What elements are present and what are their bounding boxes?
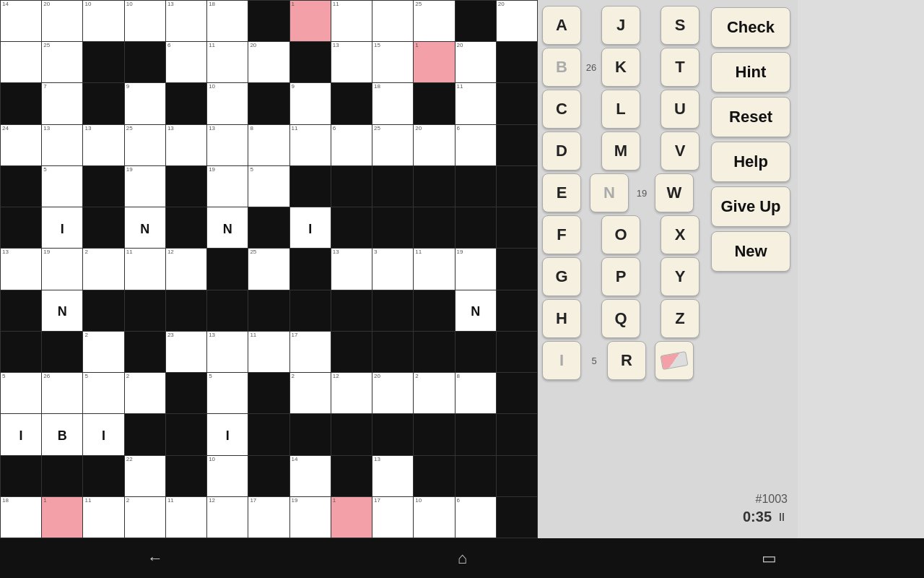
cell-2-5[interactable]: 10 <box>207 83 248 124</box>
cell-3-2[interactable]: 13 <box>83 125 124 166</box>
cell-3-11[interactable]: 6 <box>456 125 497 166</box>
cell-12-0[interactable]: 18 <box>1 497 42 538</box>
key-C[interactable]: C <box>542 90 581 129</box>
cell-8-5[interactable]: 13 <box>207 332 248 373</box>
key-N[interactable]: N <box>590 173 629 212</box>
cell-12-3[interactable]: 2 <box>125 497 166 538</box>
cell-1-10[interactable]: 1 <box>414 42 455 83</box>
key-P[interactable]: P <box>601 257 640 296</box>
cell-9-8[interactable]: 12 <box>331 373 372 414</box>
erase-button[interactable] <box>655 341 694 380</box>
cell-6-1[interactable]: 19 <box>42 249 83 290</box>
cell-0-8[interactable]: 11 <box>331 1 372 42</box>
recent-button[interactable]: ▭ <box>740 543 798 574</box>
cell-1-11[interactable]: 20 <box>456 42 497 83</box>
cell-0-1[interactable]: 20 <box>42 1 83 42</box>
cell-12-11[interactable]: 6 <box>456 497 497 538</box>
cell-3-4[interactable]: 13 <box>166 125 207 166</box>
cell-8-4[interactable]: 23 <box>166 332 207 373</box>
key-A[interactable]: A <box>542 6 581 45</box>
cell-8-6[interactable]: 11 <box>248 332 289 373</box>
cell-9-0[interactable]: 5 <box>1 373 42 414</box>
key-E[interactable]: E <box>542 173 581 212</box>
cell-2-11[interactable]: 11 <box>456 83 497 124</box>
cell-10-1[interactable]: B <box>42 414 83 455</box>
cell-0-3[interactable]: 10 <box>125 1 166 42</box>
key-H[interactable]: H <box>542 299 581 338</box>
cell-11-3[interactable]: 22 <box>125 456 166 497</box>
cell-1-6[interactable]: 20 <box>248 42 289 83</box>
key-X[interactable]: X <box>661 215 699 254</box>
key-V[interactable]: V <box>661 131 699 171</box>
cell-10-5[interactable]: I <box>207 414 248 455</box>
cell-10-2[interactable]: I <box>83 414 124 455</box>
cell-0-12[interactable]: 20 <box>497 1 538 42</box>
cell-9-1[interactable]: 26 <box>42 373 83 414</box>
key-I[interactable]: I <box>542 341 581 380</box>
cell-8-7[interactable]: 17 <box>290 332 331 373</box>
cell-12-6[interactable]: 17 <box>248 497 289 538</box>
key-W[interactable]: W <box>655 173 694 212</box>
key-S[interactable]: S <box>661 6 699 45</box>
cell-0-4[interactable]: 13 <box>166 1 207 42</box>
cell-12-1[interactable]: 1 <box>42 497 83 538</box>
cell-3-9[interactable]: 25 <box>372 125 414 166</box>
cell-0-10[interactable]: 25 <box>414 1 455 42</box>
cell-12-4[interactable]: 11 <box>166 497 207 538</box>
key-Z[interactable]: Z <box>661 299 699 338</box>
cell-3-3[interactable]: 25 <box>125 125 166 166</box>
cell-9-10[interactable]: 2 <box>414 373 455 414</box>
cell-5-1[interactable]: I <box>42 207 83 249</box>
cell-6-3[interactable]: 11 <box>125 249 166 290</box>
cell-3-10[interactable]: 20 <box>414 125 455 166</box>
cell-9-11[interactable]: 8 <box>456 373 497 414</box>
hint-button[interactable]: Hint <box>711 52 790 92</box>
cell-9-3[interactable]: 2 <box>125 373 166 414</box>
cell-9-9[interactable]: 20 <box>372 373 414 414</box>
back-button[interactable]: ← <box>126 543 185 574</box>
cell-1-8[interactable]: 13 <box>331 42 372 83</box>
cell-6-0[interactable]: 13 <box>1 249 42 290</box>
cell-2-7[interactable]: 9 <box>290 83 331 124</box>
cell-12-8[interactable]: 1 <box>331 497 372 538</box>
cell-0-9[interactable] <box>372 1 414 42</box>
cell-12-7[interactable]: 19 <box>290 497 331 538</box>
key-J[interactable]: J <box>601 6 640 45</box>
give-up-button[interactable]: Give Up <box>711 186 790 227</box>
cell-12-10[interactable]: 10 <box>414 497 455 538</box>
cell-12-9[interactable]: 17 <box>372 497 414 538</box>
new-game-button[interactable]: New <box>711 231 790 272</box>
cell-0-7[interactable]: 1 <box>290 1 331 42</box>
cell-2-9[interactable]: 18 <box>372 83 414 124</box>
cell-12-2[interactable]: 11 <box>83 497 124 538</box>
cell-4-3[interactable]: 19 <box>125 166 166 207</box>
cell-6-9[interactable]: 3 <box>372 249 414 290</box>
cell-6-8[interactable]: 13 <box>331 249 372 290</box>
cell-4-6[interactable]: 5 <box>248 166 289 207</box>
cell-8-2[interactable]: 2 <box>83 332 124 373</box>
cell-4-5[interactable]: 19 <box>207 166 248 207</box>
key-Q[interactable]: Q <box>601 299 640 338</box>
cell-9-2[interactable]: 5 <box>83 373 124 414</box>
key-R[interactable]: R <box>607 341 646 380</box>
cell-1-5[interactable]: 11 <box>207 42 248 83</box>
cell-3-1[interactable]: 13 <box>42 125 83 166</box>
pause-icon[interactable]: ⏸ <box>776 511 788 524</box>
cell-1-4[interactable]: 6 <box>166 42 207 83</box>
cell-9-5[interactable]: 5 <box>207 373 248 414</box>
cell-6-4[interactable]: 12 <box>166 249 207 290</box>
help-button[interactable]: Help <box>711 142 790 182</box>
cell-2-3[interactable]: 9 <box>125 83 166 124</box>
cell-5-5[interactable]: N <box>207 207 248 249</box>
key-O[interactable]: O <box>601 215 640 254</box>
cell-3-5[interactable]: 13 <box>207 125 248 166</box>
cell-6-10[interactable]: 11 <box>414 249 455 290</box>
crossword-grid[interactable]: 14 20 10 10 13 18 1 11 25 20 25 6 11 20 … <box>0 0 538 538</box>
cell-3-8[interactable]: 6 <box>331 125 372 166</box>
key-T[interactable]: T <box>661 48 699 87</box>
cell-2-1[interactable]: 7 <box>42 83 83 124</box>
key-G[interactable]: G <box>542 257 581 296</box>
cell-5-7[interactable]: I <box>290 207 331 249</box>
cell-0-2[interactable]: 10 <box>83 1 124 42</box>
reset-button[interactable]: Reset <box>711 97 790 137</box>
